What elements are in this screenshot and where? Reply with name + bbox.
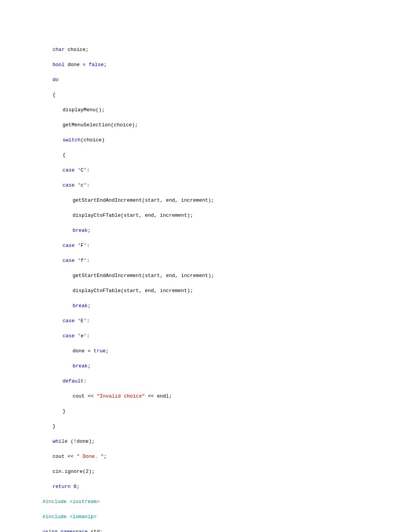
code-display: char choice; bool done = false; do { dis… [42,31,410,532]
code-line: break; [42,228,91,233]
line-2: bool done = false; [42,61,410,69]
code-line: displayCtoFTable(start, end, increment); [42,288,193,294]
code-line: } [42,408,66,414]
code-line: getStartEndAndIncrement(start, end, incr… [42,197,214,203]
code-line: case 'f': [42,258,90,263]
code-line: break; [42,363,91,369]
line-32: #include <iomanip> [42,513,410,521]
line-10: case 'c': [42,182,410,189]
code-line: case 'c': [42,182,90,188]
code-line: displayCtoFTable(start, end, increment); [42,212,193,218]
code-line: displayMenu(); [42,107,105,113]
line-29: cin.ignore(2); [42,468,410,476]
code-line: case 'C': [42,167,90,173]
code-line: #include <iostream> [42,499,100,505]
line-33: using namespace std; [42,528,410,532]
code-line: bool done = false; [42,62,107,68]
code-line: switch(choice) [42,137,105,143]
line-26: } [42,423,410,430]
code-line: done = true; [42,348,109,354]
code-line: default: [42,378,86,384]
line-3: do [42,76,410,84]
line-4: { [42,91,410,99]
code-line: #include <iomanip> [42,514,97,520]
code-line: break; [42,303,91,309]
code-line: } [42,423,56,429]
code-line: getStartEndAndIncrement(start, end, incr… [42,273,214,279]
code-line: return 0; [42,484,80,490]
line-7: switch(choice) [42,136,410,144]
line-28: cout << " Done. "; [42,453,410,461]
line-22: break; [42,362,410,370]
line-12: displayCtoFTable(start, end, increment); [42,212,410,219]
line-11: getStartEndAndIncrement(start, end, incr… [42,197,410,204]
line-5: displayMenu(); [42,106,410,114]
line-16: getStartEndAndIncrement(start, end, incr… [42,272,410,280]
line-24: cout << "Invalid choice" << endl; [42,393,410,400]
line-9: case 'C': [42,167,410,174]
code-line: cout << "Invalid choice" << endl; [42,393,172,399]
code-line: case 'F': [42,243,90,248]
code-line: char choice; [42,47,89,53]
line-6: getMenuSelection(choice); [42,121,410,129]
line-15: case 'f': [42,257,410,265]
line-20: case 'e': [42,332,410,340]
line-1: char choice; [42,46,410,54]
code-line: { [42,92,56,98]
code-line: case 'E': [42,318,90,324]
line-31: #include <iostream> [42,498,410,506]
code-line: getMenuSelection(choice); [42,122,138,128]
code-line: while (!done); [42,439,95,444]
line-21: done = true; [42,347,410,355]
code-line: using namespace std; [42,529,103,532]
line-23: default: [42,377,410,385]
line-19: case 'E': [42,317,410,325]
code-line: cout << " Done. "; [42,454,107,459]
line-18: break; [42,302,410,310]
line-25: } [42,408,410,415]
line-27: while (!done); [42,438,410,445]
code-line: cin.ignore(2); [42,469,95,474]
code-line: do [42,77,59,83]
code-line: { [42,152,66,158]
line-13: break; [42,227,410,235]
line-8: { [42,151,410,159]
line-14: case 'F': [42,242,410,250]
line-17: displayCtoFTable(start, end, increment); [42,287,410,295]
line-30: return 0; [42,483,410,491]
code-line: case 'e': [42,333,90,339]
